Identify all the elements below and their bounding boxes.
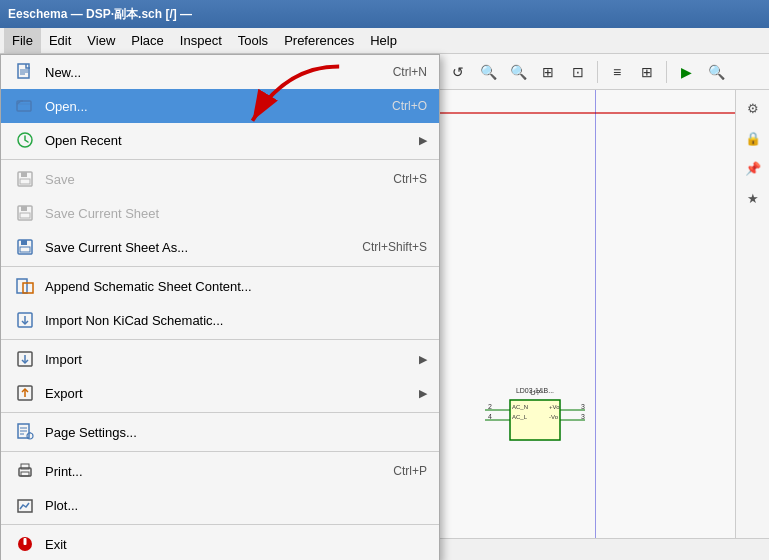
svg-rect-16 bbox=[23, 283, 33, 293]
svg-text:3: 3 bbox=[581, 403, 585, 410]
toolbar-zoom-fit[interactable]: ⊞ bbox=[534, 58, 562, 86]
exit-icon bbox=[13, 532, 37, 556]
print-label: Print... bbox=[45, 464, 353, 479]
new-icon bbox=[13, 60, 37, 84]
menu-inspect[interactable]: Inspect bbox=[172, 28, 230, 53]
open-icon bbox=[13, 94, 37, 118]
menu-edit[interactable]: Edit bbox=[41, 28, 79, 53]
append-icon bbox=[13, 274, 37, 298]
save-sheet-label: Save Current Sheet bbox=[45, 206, 427, 221]
import-kicad-label: Import Non KiCad Schematic... bbox=[45, 313, 427, 328]
menu-help[interactable]: Help bbox=[362, 28, 405, 53]
menu-item-open[interactable]: Open... Ctrl+O bbox=[1, 89, 439, 123]
svg-text:AC_L: AC_L bbox=[512, 414, 528, 420]
append-label: Append Schematic Sheet Content... bbox=[45, 279, 427, 294]
toolbar-run[interactable]: ▶ bbox=[672, 58, 700, 86]
open-label: Open... bbox=[45, 99, 352, 114]
toolbar-zoom-out[interactable]: 🔍 bbox=[504, 58, 532, 86]
right-tb-4[interactable]: ★ bbox=[739, 184, 767, 212]
component-svg: U? LD03-1&B... 2 4 AC_N AC_L +Vo -Vo 3 3 bbox=[485, 385, 585, 455]
save-label: Save bbox=[45, 172, 353, 187]
toolbar-separator-2 bbox=[666, 61, 667, 83]
toolbar-inspect-btn[interactable]: 🔍 bbox=[702, 58, 730, 86]
save-as-shortcut: Ctrl+Shift+S bbox=[362, 240, 427, 254]
svg-text:3: 3 bbox=[581, 413, 585, 420]
menu-item-save-as[interactable]: Save Current Sheet As... Ctrl+Shift+S bbox=[1, 230, 439, 264]
menu-item-save: Save Ctrl+S bbox=[1, 162, 439, 196]
svg-text:4: 4 bbox=[488, 413, 492, 420]
menu-item-page-settings[interactable]: Page Settings... bbox=[1, 415, 439, 449]
save-sheet-icon bbox=[13, 201, 37, 225]
export-arrow: ▶ bbox=[419, 387, 427, 400]
menu-file[interactable]: File bbox=[4, 28, 41, 53]
svg-point-27 bbox=[27, 433, 33, 439]
svg-rect-15 bbox=[17, 279, 27, 293]
menu-preferences[interactable]: Preferences bbox=[276, 28, 362, 53]
menu-item-plot[interactable]: Plot... bbox=[1, 488, 439, 522]
new-label: New... bbox=[45, 65, 353, 80]
toolbar-zoom-area[interactable]: ⊡ bbox=[564, 58, 592, 86]
vertical-ruler bbox=[595, 90, 596, 538]
menu-bar: File Edit View Place Inspect Tools Prefe… bbox=[0, 28, 769, 54]
svg-text:-Vo: -Vo bbox=[549, 414, 559, 420]
save-as-label: Save Current Sheet As... bbox=[45, 240, 322, 255]
right-tb-1[interactable]: ⚙ bbox=[739, 94, 767, 122]
new-shortcut: Ctrl+N bbox=[393, 65, 427, 79]
right-toolbar: ⚙ 🔒 📌 ★ bbox=[735, 90, 769, 538]
separator-6 bbox=[1, 524, 439, 525]
svg-text:AC_N: AC_N bbox=[512, 404, 528, 410]
open-recent-label: Open Recent bbox=[45, 133, 419, 148]
toolbar-separator-1 bbox=[597, 61, 598, 83]
export-icon bbox=[13, 381, 37, 405]
svg-rect-14 bbox=[20, 247, 30, 252]
menu-item-import-kicad[interactable]: Import Non KiCad Schematic... bbox=[1, 303, 439, 337]
plot-label: Plot... bbox=[45, 498, 427, 513]
open-recent-icon bbox=[13, 128, 37, 152]
save-as-icon bbox=[13, 235, 37, 259]
toolbar-rotate-ccw[interactable]: ↺ bbox=[444, 58, 472, 86]
import-label: Import bbox=[45, 352, 419, 367]
page-settings-label: Page Settings... bbox=[45, 425, 427, 440]
menu-item-import[interactable]: Import ▶ bbox=[1, 342, 439, 376]
separator-2 bbox=[1, 266, 439, 267]
separator-3 bbox=[1, 339, 439, 340]
menu-item-new[interactable]: New... Ctrl+N bbox=[1, 55, 439, 89]
menu-item-export[interactable]: Export ▶ bbox=[1, 376, 439, 410]
svg-rect-13 bbox=[21, 240, 27, 245]
export-label: Export bbox=[45, 386, 419, 401]
right-tb-2[interactable]: 🔒 bbox=[739, 124, 767, 152]
title-text: Eeschema — DSP·副本.sch [/] — bbox=[8, 6, 192, 23]
menu-place[interactable]: Place bbox=[123, 28, 172, 53]
page-settings-icon bbox=[13, 420, 37, 444]
menu-item-exit[interactable]: Exit bbox=[1, 527, 439, 560]
toolbar-grid[interactable]: ⊞ bbox=[633, 58, 661, 86]
separator-5 bbox=[1, 451, 439, 452]
separator-1 bbox=[1, 159, 439, 160]
menu-item-print[interactable]: Print... Ctrl+P bbox=[1, 454, 439, 488]
import-arrow: ▶ bbox=[419, 353, 427, 366]
menu-tools[interactable]: Tools bbox=[230, 28, 276, 53]
menu-view[interactable]: View bbox=[79, 28, 123, 53]
menu-item-append[interactable]: Append Schematic Sheet Content... bbox=[1, 269, 439, 303]
svg-text:LD03-1&B...: LD03-1&B... bbox=[516, 387, 554, 394]
print-icon bbox=[13, 459, 37, 483]
title-bar: Eeschema — DSP·副本.sch [/] — bbox=[0, 0, 769, 28]
plot-icon bbox=[13, 493, 37, 517]
right-tb-3[interactable]: 📌 bbox=[739, 154, 767, 182]
open-shortcut: Ctrl+O bbox=[392, 99, 427, 113]
svg-text:2: 2 bbox=[488, 403, 492, 410]
toolbar-zoom-in[interactable]: 🔍 bbox=[474, 58, 502, 86]
schematic-component: U? LD03-1&B... 2 4 AC_N AC_L +Vo -Vo 3 3 bbox=[485, 385, 585, 458]
save-icon bbox=[13, 167, 37, 191]
svg-text:+Vo: +Vo bbox=[549, 404, 560, 410]
print-shortcut: Ctrl+P bbox=[393, 464, 427, 478]
svg-rect-0 bbox=[18, 64, 29, 78]
import-icon bbox=[13, 347, 37, 371]
menu-item-save-sheet: Save Current Sheet bbox=[1, 196, 439, 230]
svg-rect-7 bbox=[21, 172, 27, 177]
svg-rect-10 bbox=[21, 206, 27, 211]
separator-4 bbox=[1, 412, 439, 413]
exit-label: Exit bbox=[45, 537, 427, 552]
menu-item-open-recent[interactable]: Open Recent ▶ bbox=[1, 123, 439, 157]
toolbar-list[interactable]: ≡ bbox=[603, 58, 631, 86]
